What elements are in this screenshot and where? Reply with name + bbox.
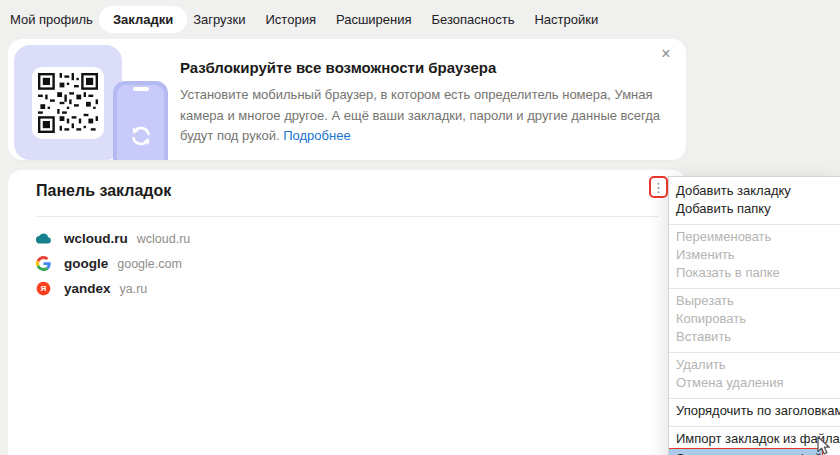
menu-item-paste[interactable]: Вставить	[669, 328, 840, 353]
bookmark-list: wcloud.ru wcloud.ru google google.com Я …	[36, 226, 658, 301]
nav-tab-extensions[interactable]: Расширения	[336, 12, 412, 27]
bookmark-url: wcloud.ru	[137, 232, 191, 246]
menu-item-add-folder[interactable]: Добавить папку	[669, 200, 840, 225]
nav-tab-history[interactable]: История	[266, 12, 316, 27]
settings-nav: Мой профиль Закладки Загрузки История Ра…	[0, 0, 840, 38]
bookmarks-menu-button[interactable]: ⋮	[649, 176, 668, 198]
banner-illustration	[14, 45, 122, 160]
menu-item-sort-by-title[interactable]: Упорядочить по заголовкам	[669, 402, 840, 427]
menu-item-show-in-folder[interactable]: Показать в папке	[669, 264, 840, 289]
bookmarks-panel-card: Панель закладок wcloud.ru wcloud.ru goog…	[8, 170, 686, 455]
menu-item-edit[interactable]: Изменить	[669, 246, 840, 264]
bookmarks-context-menu: Добавить закладку Добавить папку Переиме…	[668, 176, 840, 455]
menu-item-add-bookmark[interactable]: Добавить закладку	[669, 182, 840, 200]
page-title: Панель закладок	[36, 182, 171, 200]
bookmark-title: google	[64, 256, 108, 271]
menu-item-undo-delete[interactable]: Отмена удаления	[669, 374, 840, 399]
more-details-link[interactable]: Подробнее	[283, 128, 350, 143]
menu-item-export-html[interactable]: Экспорт закладок в файл HTML	[669, 448, 823, 455]
menu-item-delete[interactable]: Удалить	[669, 356, 840, 374]
kebab-icon: ⋮	[652, 181, 665, 194]
phone-illustration	[113, 81, 168, 160]
bookmark-url: google.com	[117, 257, 182, 271]
mobile-promo-banner: Разблокируйте все возможности браузера У…	[8, 39, 686, 160]
bookmark-row-wcloud[interactable]: wcloud.ru wcloud.ru	[36, 226, 658, 251]
bookmark-title: wcloud.ru	[64, 231, 128, 246]
qr-code-icon	[38, 73, 98, 133]
svg-text:Я: Я	[41, 284, 47, 293]
sync-icon	[128, 123, 154, 149]
wcloud-cloud-icon	[36, 231, 51, 246]
menu-item-cut[interactable]: Вырезать	[669, 292, 840, 310]
google-icon	[36, 256, 51, 271]
menu-item-import-html[interactable]: Импорт закладок из файла HTML	[669, 430, 840, 448]
nav-tab-downloads[interactable]: Загрузки	[193, 12, 245, 27]
divider	[36, 216, 658, 217]
yandex-icon: Я	[36, 281, 51, 296]
banner-body: Установите мобильный браузер, в котором …	[180, 85, 680, 147]
menu-item-rename[interactable]: Переименовать	[669, 228, 840, 246]
nav-tab-settings[interactable]: Настройки	[534, 12, 598, 27]
nav-tab-bookmarks[interactable]: Закладки	[99, 6, 187, 33]
bookmark-row-google[interactable]: google google.com	[36, 251, 658, 276]
bookmark-url: ya.ru	[120, 282, 148, 296]
close-icon[interactable]: ×	[656, 44, 676, 64]
bookmark-row-yandex[interactable]: Я yandex ya.ru	[36, 276, 658, 301]
menu-item-copy[interactable]: Копировать	[669, 310, 840, 328]
bookmark-title: yandex	[64, 281, 111, 296]
nav-tab-security[interactable]: Безопасность	[432, 12, 515, 27]
banner-title: Разблокируйте все возможности браузера	[180, 59, 680, 76]
nav-tab-my-profile[interactable]: Мой профиль	[10, 12, 93, 27]
qr-code	[32, 67, 104, 139]
